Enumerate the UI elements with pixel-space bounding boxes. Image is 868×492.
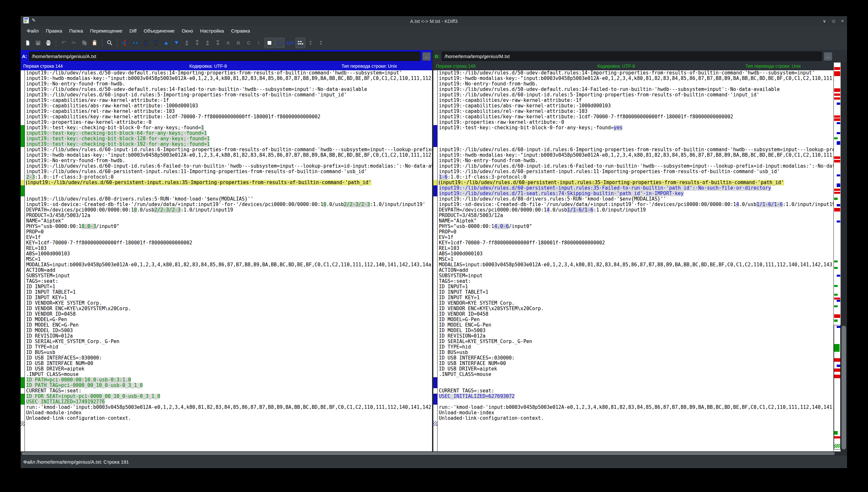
diff-line: TAGS=:seat:: [439, 278, 834, 284]
diff-line: NAME="Aiptek": [439, 218, 834, 224]
diff-line: ID MODEL=G-Pen: [26, 317, 432, 322]
pane-b-first-line: Первая строка 149: [436, 64, 476, 69]
diff-line: PHYS="usb-0000:00:10.0-3/input0": [26, 224, 432, 229]
diff-line: input19:·No·entry·found·from·hwdb.: [26, 81, 432, 87]
menu-item-4[interactable]: Diff: [126, 27, 140, 35]
diff-line: DEVPATH=/devices/pci0000:00/0000:00:10.0…: [26, 207, 432, 213]
horizontal-scrollbar[interactable]: [21, 451, 847, 456]
diff-line: ID USB DRIVER=aiptek: [439, 366, 834, 372]
overview-mark: [834, 116, 840, 118]
pane-b: B: /home/tema/temp/genius/M.txt ... Перв…: [433, 50, 834, 451]
menu-item-5[interactable]: Объединение: [140, 27, 178, 35]
prev-unsolved-conflict-icon: [203, 38, 212, 48]
minimize-button[interactable]: ∨: [823, 18, 826, 24]
pane-b-content: input19:·/lib/udev/rules.d/50-udev-defau…: [433, 70, 834, 451]
diff-line: input19:·/lib/udev/rules.d/80-drivers.ru…: [439, 196, 834, 202]
print-icon[interactable]: [44, 38, 53, 48]
next-delta-icon[interactable]: [172, 38, 181, 48]
overview-mark: [837, 300, 840, 302]
cut-icon: ✂: [69, 38, 79, 48]
show-whitespace-button[interactable]: [265, 38, 274, 48]
diff-line: ID VENDOR=KYE SYSTEM Corp.: [26, 300, 432, 306]
show-line-numbers-button[interactable]: 123: [285, 38, 295, 48]
diff-line: ID BUS=usb: [439, 350, 834, 355]
auto-advance-icon: [254, 38, 264, 48]
menu-item-8[interactable]: Справка: [228, 27, 254, 35]
new-file-icon[interactable]: [23, 38, 32, 48]
diff-line: ABS=1000d000103: [439, 251, 834, 256]
diff-line: KEY=1cdf·70000·7·ff800000000000ff·180001…: [26, 240, 432, 246]
vertical-scrollbar-thumb[interactable]: [842, 326, 846, 449]
diff-line: ID MODEL ID=5003: [439, 328, 834, 334]
diff-line: [26, 191, 432, 196]
pane-a-textarea[interactable]: input19:·/lib/udev/rules.d/50-udev-defau…: [25, 70, 432, 451]
toolbar-separator: [102, 39, 102, 47]
diff-line: ID TYPE=hid: [26, 344, 432, 350]
diff-line: Unload·module·index: [439, 410, 834, 416]
diff-line: Unloaded·link·configuration·context.: [26, 416, 432, 421]
diff-line: ID VENDOR ENC=KYE\x20SYSTEM\x20Corp.: [439, 306, 834, 312]
diff-line: MODALIAS=input:b0003v0458p5003e012A-e0,1…: [439, 262, 834, 268]
overview-mark: [834, 294, 838, 296]
toolbar-separator: [56, 39, 56, 47]
diff-line: NAME="Aiptek": [26, 218, 432, 224]
paste-icon[interactable]: [90, 38, 99, 48]
diff-line: input19:·capabilities/ev·raw·kernel·attr…: [439, 98, 834, 103]
overview-mark: [834, 97, 840, 100]
overview-view-rect: [834, 325, 841, 449]
menu-item-7[interactable]: Настройка: [196, 27, 228, 35]
titlebar[interactable]: ✎ A.txt <-> M.txt - KDiff3 ∨◇×: [21, 16, 847, 26]
pane-b-path-input[interactable]: /home/tema/temp/genius/M.txt: [442, 52, 822, 61]
menu-item-1[interactable]: Правка: [42, 27, 66, 35]
diff-line: input19:·/lib/udev/rules.d/60-input-id.r…: [439, 147, 834, 152]
overview-mark: [837, 122, 840, 124]
pane-a-content: input19:·/lib/udev/rules.d/50-udev-defau…: [21, 70, 432, 451]
pane-b-browse-button[interactable]: ...: [824, 52, 832, 60]
text-cursor: [26, 180, 27, 185]
close-button[interactable]: ×: [841, 18, 844, 24]
horizontal-scrollbar-thumb[interactable]: [22, 452, 835, 455]
diff-line: input19:·test·key:·checking·bit·block·0·…: [26, 125, 432, 130]
diff-line: input19:·/lib/udev/rules.d/50-udev-defau…: [26, 87, 432, 92]
pane-a-path-input[interactable]: /home/tema/temp/genius/A.txt: [29, 52, 420, 61]
diff-line: ID INPUT TABLET=1: [439, 290, 834, 295]
overview-mark: [834, 285, 838, 287]
diff-line: input19:·/lib/udev/rules.d/60-input-id.r…: [26, 147, 432, 152]
center-current-delta-icon[interactable]: [131, 38, 140, 48]
pane-a-browse-button[interactable]: ...: [422, 52, 431, 60]
overview-mark: [834, 67, 840, 70]
goto-current-delta-icon[interactable]: [120, 38, 130, 48]
prev-delta-icon[interactable]: [161, 38, 171, 48]
diff-line: DEVPATH=/devices/pci0000:00/0000:00:14.0…: [439, 207, 834, 213]
menu-item-0[interactable]: Файл: [23, 27, 42, 35]
find-icon[interactable]: [105, 38, 115, 48]
pane-b-textarea[interactable]: input19:·/lib/udev/rules.d/50-udev-defau…: [438, 70, 834, 451]
diff-line: input19:·properties·raw·kernel·attribute…: [26, 120, 432, 125]
diff-line: MODALIAS=input:b0003v0458p5003e012A-e0,1…: [26, 262, 432, 268]
menu-item-6[interactable]: Окно: [178, 27, 196, 35]
menu-item-2[interactable]: Папка: [66, 27, 87, 35]
diff-line: ID USB INTERFACE NUM=00: [439, 361, 834, 366]
diff-line: 2-3:1.0:·if·class:3·protocol:0: [26, 174, 432, 180]
diff-line: ID PATH=pci-0000:00:10.0-usb-0:3:1.0: [26, 377, 432, 383]
copy-icon: [79, 38, 89, 48]
diff-line: [439, 399, 834, 404]
diff-line: MSC=1: [439, 256, 834, 262]
diff-line: input19:·No·entry·found·from·hwdb.: [439, 81, 834, 87]
diff-line: KEY=1cdf·70000·7·ff800000000000ff·180001…: [439, 240, 834, 246]
first-delta-icon[interactable]: [141, 38, 150, 48]
diff-line: ID SERIAL=KYE_SYSTEM_Corp._G-Pen: [26, 339, 432, 344]
diff-line: USEC INITIALIZED=1749192776: [26, 399, 432, 404]
diff-main: A: /home/tema/temp/genius/A.txt ... Перв…: [21, 50, 847, 451]
diff-line: input19:·capabilities/ev·raw·kernel·attr…: [26, 98, 432, 103]
pane-b-infobar: Первая строка 149 Кодировка: UTF-8 Тип п…: [433, 63, 834, 70]
diff-overview[interactable]: [834, 63, 841, 451]
vertical-scrollbar[interactable]: [841, 63, 847, 451]
maximize-button[interactable]: ◇: [832, 18, 836, 24]
pane-a-margin: [21, 70, 25, 451]
show-whitespace-chars-button[interactable]: ---: [275, 38, 285, 48]
menu-item-3[interactable]: Перемещение: [87, 27, 126, 35]
diff-line: CURRENT TAGS=:seat:: [26, 388, 432, 394]
overview-toggle-button[interactable]: [296, 38, 305, 48]
last-delta-icon[interactable]: [151, 38, 161, 48]
